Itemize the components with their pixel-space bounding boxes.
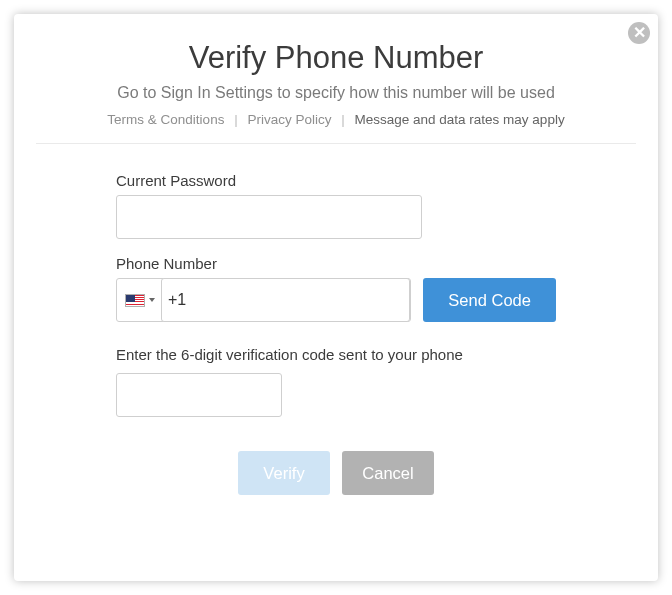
chevron-down-icon	[149, 298, 155, 302]
close-button[interactable]: ✕	[628, 22, 650, 44]
cancel-button[interactable]: Cancel	[342, 451, 434, 495]
send-code-button[interactable]: Send Code	[423, 278, 556, 322]
password-label: Current Password	[116, 172, 556, 189]
close-icon: ✕	[633, 25, 646, 41]
verify-button[interactable]: Verify	[238, 451, 330, 495]
verify-form: Current Password Phone Number Send Code …	[36, 144, 636, 495]
us-flag-icon	[125, 294, 145, 307]
phone-group: Phone Number Send Code	[116, 255, 556, 322]
terms-link[interactable]: Terms & Conditions	[107, 112, 224, 127]
verify-phone-modal: ✕ Verify Phone Number Go to Sign In Sett…	[14, 14, 658, 581]
code-instruction: Enter the 6-digit verification code sent…	[116, 346, 556, 363]
phone-label: Phone Number	[116, 255, 556, 272]
current-password-input[interactable]	[116, 195, 422, 239]
action-row: Verify Cancel	[116, 451, 556, 495]
password-group: Current Password	[116, 172, 556, 239]
modal-subtitle: Go to Sign In Settings to specify how th…	[36, 84, 636, 102]
phone-number-input[interactable]	[161, 278, 410, 322]
privacy-link[interactable]: Privacy Policy	[247, 112, 331, 127]
modal-title: Verify Phone Number	[36, 40, 636, 76]
legal-row: Terms & Conditions | Privacy Policy | Me…	[36, 112, 636, 127]
modal-header: Verify Phone Number Go to Sign In Settin…	[36, 40, 636, 127]
country-selector[interactable]	[125, 294, 161, 307]
separator: |	[335, 112, 351, 127]
separator: |	[228, 112, 244, 127]
rates-text: Message and data rates may apply	[355, 112, 565, 127]
phone-input-wrap	[116, 278, 411, 322]
phone-row: Send Code	[116, 278, 556, 322]
verification-code-input[interactable]	[116, 373, 282, 417]
